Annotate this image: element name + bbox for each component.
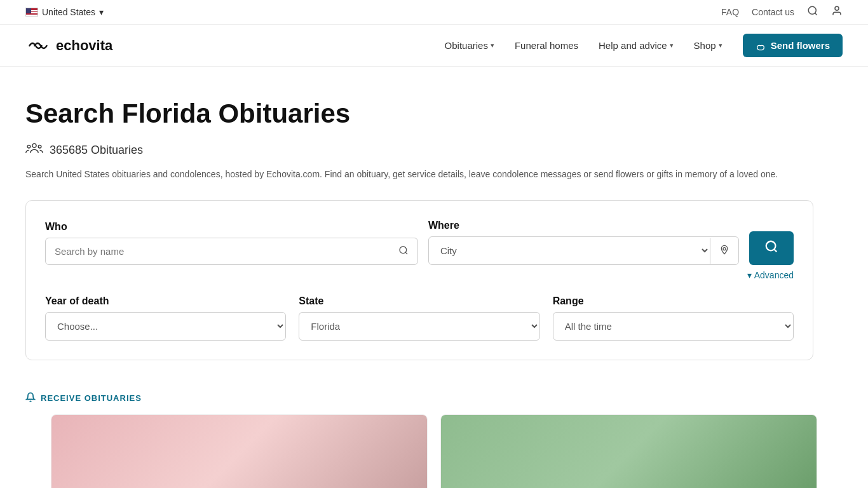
country-label: United States [42,7,95,17]
svg-point-2 [835,6,839,10]
chevron-icon: ▾ [747,270,752,280]
svg-point-8 [723,248,726,250]
svg-line-10 [774,250,776,252]
chevron-down-icon-3: ▾ [719,41,722,50]
advanced-label: Advanced [754,270,794,280]
svg-point-9 [766,241,776,251]
where-field: Where City [428,220,739,265]
page-title: Search Florida Obituaries [25,98,843,129]
card-1[interactable]: Local Hill [440,414,817,488]
year-label: Year of death [45,295,286,307]
send-flowers-label: Send flowers [771,40,830,51]
topbar: United States ▾ FAQ Contact us [0,0,868,25]
receive-title-row: RECEIVE OBITUARIES [25,392,843,404]
nav-links: Obituaries ▾ Funeral homes Help and advi… [445,34,843,57]
country-chevron: ▾ [99,7,104,17]
nav-obituaries-label: Obituaries [445,40,488,51]
main-content: Search Florida Obituaries 365685 Obituar… [0,67,868,379]
year-of-death-field: Year of death Choose... 2024 2023 2022 2… [45,295,286,341]
year-select[interactable]: Choose... 2024 2023 2022 2021 2020 [45,312,286,341]
description-text: Search United States obituaries and cond… [25,167,813,181]
where-label: Where [428,220,739,231]
svg-point-4 [27,145,31,148]
card-image-1 [441,415,817,488]
svg-point-0 [808,6,816,14]
nav-shop[interactable]: Shop ▾ [694,40,722,51]
search-submit-button[interactable] [749,231,794,265]
nav-shop-label: Shop [694,40,716,51]
cards-row: Local Paradise Local Hill [25,414,843,488]
svg-point-6 [400,247,407,254]
name-search-icon[interactable] [390,239,417,264]
nav-help-label: Help and advice [599,40,667,51]
flag-icon [25,8,38,17]
city-select-wrapper: City [428,236,739,265]
card-image-0 [51,415,427,488]
who-field: Who [45,221,418,265]
search-row: Who Where City [45,220,794,265]
state-label: State [299,295,539,307]
state-field: State Florida Alabama Georgia [299,295,539,341]
advanced-filters: Year of death Choose... 2024 2023 2022 2… [45,295,794,341]
search-icon[interactable] [807,5,818,19]
city-select[interactable]: City [429,237,710,264]
nav-help[interactable]: Help and advice ▾ [599,40,674,51]
search-box: Who Where City [25,200,813,360]
nav-funeral-homes[interactable]: Funeral homes [515,40,578,51]
advanced-toggle[interactable]: ▾ Advanced [747,270,794,280]
chevron-down-icon: ▾ [491,41,494,50]
state-select[interactable]: Florida Alabama Georgia [299,312,539,341]
chevron-down-icon-2: ▾ [670,41,674,50]
send-flowers-button[interactable]: Send flowers [743,34,843,57]
who-label: Who [45,221,418,233]
account-icon[interactable] [831,5,843,19]
location-icon[interactable] [710,238,738,264]
range-field: Range All the time Last week Last month … [553,295,794,341]
contact-link[interactable]: Contact us [752,7,794,17]
obit-count-row: 365685 Obituaries [25,142,843,158]
navbar: echovita Obituaries ▾ Funeral homes Help… [0,25,868,67]
topbar-right: FAQ Contact us [721,5,843,19]
logo-text: echovita [56,37,112,54]
search-name-input[interactable] [46,238,390,264]
people-icon [25,142,43,158]
country-selector[interactable]: United States ▾ [25,7,104,17]
receive-section: RECEIVE OBITUARIES Local Paradise Local … [0,379,868,488]
svg-point-3 [32,144,36,147]
nav-obituaries[interactable]: Obituaries ▾ [445,40,494,51]
obit-count-text: 365685 Obituaries [50,144,143,157]
range-label: Range [553,295,794,307]
faq-link[interactable]: FAQ [721,7,739,17]
svg-point-5 [38,145,41,148]
range-select[interactable]: All the time Last week Last month Last 3… [553,312,794,341]
card-0[interactable]: Local Paradise [51,414,428,488]
svg-line-7 [405,252,407,254]
nav-funeral-label: Funeral homes [515,40,578,51]
logo[interactable]: echovita [25,37,112,54]
advanced-row: ▾ Advanced [45,270,794,280]
receive-title-text: RECEIVE OBITUARIES [41,393,142,403]
name-input-wrapper [45,238,418,265]
svg-line-1 [815,13,817,15]
bell-icon [25,392,36,404]
